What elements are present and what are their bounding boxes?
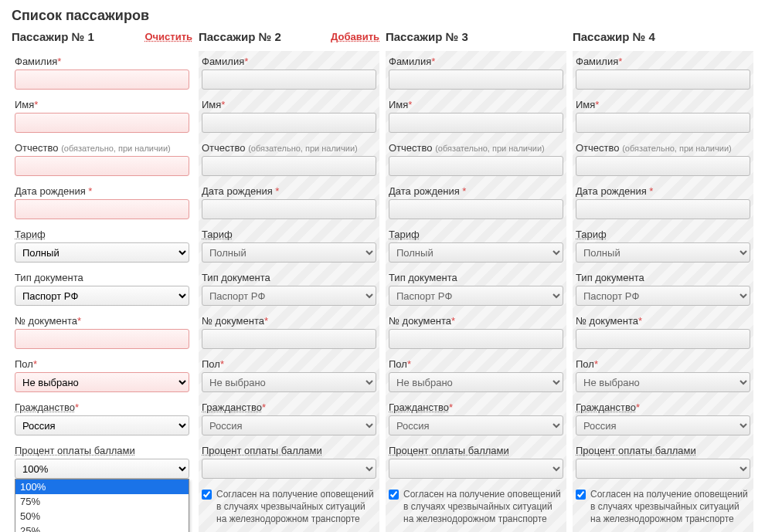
tariff-select[interactable]: Полный [202, 242, 376, 263]
patronymic-input[interactable] [15, 156, 189, 176]
doc-no-label: № документа* [389, 315, 563, 327]
passenger-title: Пассажир № 3 [386, 30, 468, 43]
doc-type-label: Тип документа [389, 272, 563, 283]
points-percent-select[interactable] [576, 459, 750, 479]
passenger-title: Пассажир № 2 [199, 30, 281, 43]
passenger-title: Пассажир № 1 [12, 30, 94, 43]
dob-input[interactable] [202, 199, 376, 219]
points-percent-select[interactable]: 100% [15, 459, 189, 479]
tariff-select[interactable]: Полный [576, 242, 750, 263]
doc-no-label: № документа* [15, 315, 189, 327]
consent-checkbox[interactable] [389, 490, 399, 500]
points-option[interactable]: 100% [15, 479, 189, 494]
doc-no-input[interactable] [202, 329, 376, 349]
dob-input[interactable] [576, 199, 750, 219]
doc-type-select[interactable]: Паспорт РФ [15, 286, 189, 306]
points-percent-select[interactable] [202, 459, 376, 479]
dob-input[interactable] [389, 199, 563, 219]
gender-label: Пол* [202, 358, 376, 370]
patronymic-label: Отчество (обязательно, при наличии) [389, 142, 563, 154]
patronymic-input[interactable] [389, 156, 563, 176]
gender-select[interactable]: Не выбрано [389, 372, 563, 392]
name-input[interactable] [15, 113, 189, 133]
clear-link[interactable]: Очистить [144, 31, 192, 42]
tariff-label: Тариф [202, 229, 376, 240]
surname-label: Фамилия* [202, 56, 376, 67]
citizenship-select[interactable]: Россия [576, 415, 750, 435]
passenger-header: Пассажир № 2Добавить [199, 30, 379, 43]
surname-input[interactable] [576, 69, 750, 90]
consent-block: Согласен на получение оповещений в случа… [202, 488, 376, 526]
consent-text: Согласен на получение оповещений в случа… [403, 488, 563, 526]
consent-block: Согласен на получение оповещений в случа… [389, 488, 563, 526]
doc-type-label: Тип документа [15, 272, 189, 283]
doc-no-input[interactable] [389, 329, 563, 349]
points-percent-label: Процент оплаты баллами [576, 445, 750, 456]
doc-type-label: Тип документа [202, 272, 376, 283]
citizenship-label: Гражданство* [576, 402, 750, 413]
dob-label: Дата рождения * [389, 185, 563, 197]
passenger-column-4: Пассажир № 4Фамилия*Имя*Отчество (обязат… [573, 30, 753, 532]
doc-no-input[interactable] [576, 329, 750, 349]
name-label: Имя* [202, 99, 376, 110]
citizenship-select[interactable]: Россия [202, 415, 376, 435]
dob-label: Дата рождения * [15, 185, 189, 197]
passenger-header: Пассажир № 1Очистить [12, 30, 192, 43]
points-option[interactable]: 50% [15, 509, 189, 524]
citizenship-label: Гражданство* [389, 402, 563, 413]
surname-label: Фамилия* [576, 56, 750, 67]
consent-checkbox[interactable] [576, 490, 586, 500]
doc-no-label: № документа* [576, 315, 750, 327]
passenger-column-1: Пассажир № 1ОчиститьФамилия*Имя*Отчество… [12, 30, 192, 532]
patronymic-input[interactable] [202, 156, 376, 176]
citizenship-select[interactable]: Россия [15, 415, 189, 435]
name-input[interactable] [202, 113, 376, 133]
doc-type-select[interactable]: Паспорт РФ [202, 286, 376, 306]
passenger-column-3: Пассажир № 3Фамилия*Имя*Отчество (обязат… [386, 30, 566, 532]
name-label: Имя* [15, 99, 189, 110]
points-percent-label: Процент оплаты баллами [389, 445, 563, 456]
points-percent-select[interactable] [389, 459, 563, 479]
patronymic-label: Отчество (обязательно, при наличии) [15, 142, 189, 154]
points-percent-dropdown[interactable]: 100%75%50%25%0% [15, 479, 189, 532]
passenger-header: Пассажир № 4 [573, 30, 753, 43]
doc-type-label: Тип документа [576, 272, 750, 283]
patronymic-input[interactable] [576, 156, 750, 176]
surname-label: Фамилия* [389, 56, 563, 67]
tariff-label: Тариф [389, 229, 563, 240]
patronymic-label: Отчество (обязательно, при наличии) [202, 142, 376, 154]
surname-input[interactable] [389, 69, 563, 90]
gender-select[interactable]: Не выбрано [576, 372, 750, 392]
citizenship-label: Гражданство* [15, 402, 189, 413]
name-input[interactable] [576, 113, 750, 133]
gender-label: Пол* [576, 358, 750, 370]
add-link[interactable]: Добавить [331, 31, 379, 42]
surname-input[interactable] [15, 69, 189, 90]
consent-checkbox[interactable] [202, 490, 212, 500]
dob-input[interactable] [15, 199, 189, 219]
gender-select[interactable]: Не выбрано [15, 372, 189, 392]
doc-no-input[interactable] [15, 329, 189, 349]
gender-select[interactable]: Не выбрано [202, 372, 376, 392]
consent-block: Согласен на получение оповещений в случа… [576, 488, 750, 526]
passenger-title: Пассажир № 4 [573, 30, 655, 43]
name-label: Имя* [576, 99, 750, 110]
consent-text: Согласен на получение оповещений в случа… [590, 488, 750, 526]
points-option[interactable]: 75% [15, 494, 189, 509]
tariff-select[interactable]: Полный [15, 242, 189, 263]
passenger-body: Фамилия*Имя*Отчество (обязательно, при н… [12, 51, 192, 532]
passenger-header: Пассажир № 3 [386, 30, 566, 43]
citizenship-select[interactable]: Россия [389, 415, 563, 435]
tariff-label: Тариф [15, 229, 189, 240]
gender-label: Пол* [15, 358, 189, 370]
doc-type-select[interactable]: Паспорт РФ [389, 286, 563, 306]
doc-type-select[interactable]: Паспорт РФ [576, 286, 750, 306]
name-input[interactable] [389, 113, 563, 133]
passenger-body: Фамилия*Имя*Отчество (обязательно, при н… [573, 51, 753, 532]
tariff-label: Тариф [576, 229, 750, 240]
dob-label: Дата рождения * [576, 185, 750, 197]
surname-input[interactable] [202, 69, 376, 90]
patronymic-label: Отчество (обязательно, при наличии) [576, 142, 750, 154]
tariff-select[interactable]: Полный [389, 242, 563, 263]
points-option[interactable]: 25% [15, 524, 189, 532]
